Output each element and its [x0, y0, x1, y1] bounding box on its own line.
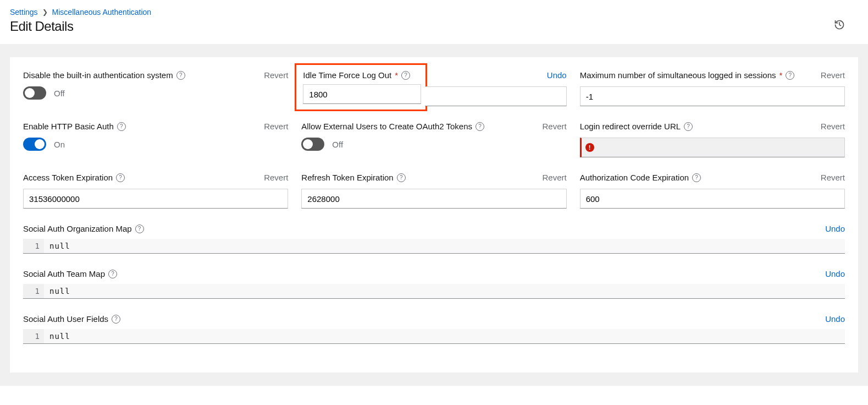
input-max-sessions[interactable] — [580, 86, 845, 106]
help-icon[interactable]: ? — [397, 173, 406, 182]
undo-social-org-map[interactable]: Undo — [825, 224, 845, 233]
toggle-disable-builtin-label: Off — [54, 89, 65, 98]
field-disable-builtin: Disable the built-in authentication syst… — [23, 70, 288, 106]
help-icon[interactable]: ? — [112, 315, 120, 324]
toggle-allow-ext-oauth[interactable] — [301, 138, 324, 151]
help-icon[interactable]: ? — [476, 122, 484, 131]
help-icon[interactable]: ? — [692, 173, 701, 182]
page-title: Edit Details — [10, 19, 73, 34]
field-social-user-fields: Social Auth User Fields ? Undo 1 null — [23, 314, 845, 344]
history-icon[interactable] — [834, 19, 858, 32]
breadcrumb: Settings ❯ Miscellaneous Authentication — [10, 8, 858, 17]
field-max-sessions: Maximum number of simultaneous logged in… — [580, 70, 845, 106]
label-social-org-map: Social Auth Organization Map — [23, 224, 132, 233]
toggle-http-basic[interactable] — [23, 138, 46, 151]
toggle-http-basic-label: On — [54, 140, 65, 149]
label-access-token-exp: Access Token Expiration — [23, 173, 113, 182]
field-auth-code-exp: Authorization Code Expiration ? Revert — [580, 173, 845, 209]
code-gutter: 1 — [23, 284, 44, 298]
field-http-basic: Enable HTTP Basic Auth ? Revert On — [23, 122, 288, 157]
label-allow-ext-oauth: Allow External Users to Create OAuth2 To… — [301, 122, 472, 131]
help-icon[interactable]: ? — [108, 270, 117, 278]
breadcrumb-misc-auth[interactable]: Miscellaneous Authentication — [52, 8, 152, 17]
field-social-team-map: Social Auth Team Map ? Undo 1 null — [23, 269, 845, 299]
revert-disable-builtin[interactable]: Revert — [264, 70, 288, 80]
help-icon[interactable]: ? — [116, 173, 125, 182]
form-panel: Disable the built-in authentication syst… — [10, 57, 858, 373]
chevron-right-icon: ❯ — [42, 8, 48, 16]
help-icon[interactable]: ? — [786, 71, 794, 80]
field-allow-ext-oauth: Allow External Users to Create OAuth2 To… — [301, 122, 566, 157]
toggle-disable-builtin[interactable] — [23, 86, 46, 100]
label-social-user-fields: Social Auth User Fields — [23, 314, 108, 324]
field-refresh-token-exp: Refresh Token Expiration ? Revert — [301, 173, 566, 209]
revert-access-token-exp[interactable]: Revert — [264, 173, 288, 182]
field-social-org-map: Social Auth Organization Map ? Undo 1 nu… — [23, 224, 845, 254]
revert-max-sessions[interactable]: Revert — [821, 70, 845, 80]
help-icon[interactable]: ? — [401, 71, 410, 80]
code-gutter: 1 — [23, 239, 44, 253]
input-auth-code-exp[interactable] — [580, 189, 845, 209]
revert-allow-ext-oauth[interactable]: Revert — [542, 122, 566, 131]
code-social-team-map[interactable]: null — [44, 284, 845, 298]
revert-login-redirect[interactable]: Revert — [821, 122, 845, 131]
label-disable-builtin: Disable the built-in authentication syst… — [23, 70, 173, 80]
input-access-token-exp[interactable] — [23, 189, 288, 209]
input-idle-timeout[interactable] — [303, 84, 421, 104]
code-gutter: 1 — [23, 329, 44, 343]
label-http-basic: Enable HTTP Basic Auth — [23, 122, 114, 131]
undo-social-team-map[interactable]: Undo — [825, 269, 845, 278]
help-icon[interactable]: ? — [176, 71, 185, 80]
input-idle-timeout-ext[interactable] — [425, 86, 566, 106]
revert-auth-code-exp[interactable]: Revert — [821, 173, 845, 182]
field-login-redirect: Login redirect override URL ? Revert ! — [580, 122, 845, 157]
input-login-redirect[interactable] — [580, 138, 845, 157]
code-social-user-fields[interactable]: null — [44, 329, 845, 343]
label-refresh-token-exp: Refresh Token Expiration — [301, 173, 393, 182]
field-idle-timeout: Idle Time Force Log Out * ? Undo — [301, 70, 566, 106]
help-icon[interactable]: ? — [117, 122, 126, 131]
label-max-sessions: Maximum number of simultaneous logged in… — [580, 70, 776, 80]
toggle-allow-ext-oauth-label: Off — [332, 140, 343, 149]
breadcrumb-settings[interactable]: Settings — [10, 8, 38, 17]
field-access-token-exp: Access Token Expiration ? Revert — [23, 173, 288, 209]
input-refresh-token-exp[interactable] — [301, 189, 566, 209]
undo-idle-timeout[interactable]: Undo — [547, 70, 567, 80]
revert-http-basic[interactable]: Revert — [264, 122, 288, 131]
undo-social-user-fields[interactable]: Undo — [825, 314, 845, 324]
help-icon[interactable]: ? — [135, 225, 144, 233]
label-social-team-map: Social Auth Team Map — [23, 269, 105, 278]
help-icon[interactable]: ? — [684, 122, 693, 131]
label-login-redirect: Login redirect override URL — [580, 122, 681, 131]
revert-refresh-token-exp[interactable]: Revert — [542, 173, 566, 182]
code-social-org-map[interactable]: null — [44, 239, 845, 253]
label-idle-timeout: Idle Time Force Log Out — [303, 70, 391, 80]
label-auth-code-exp: Authorization Code Expiration — [580, 173, 689, 182]
